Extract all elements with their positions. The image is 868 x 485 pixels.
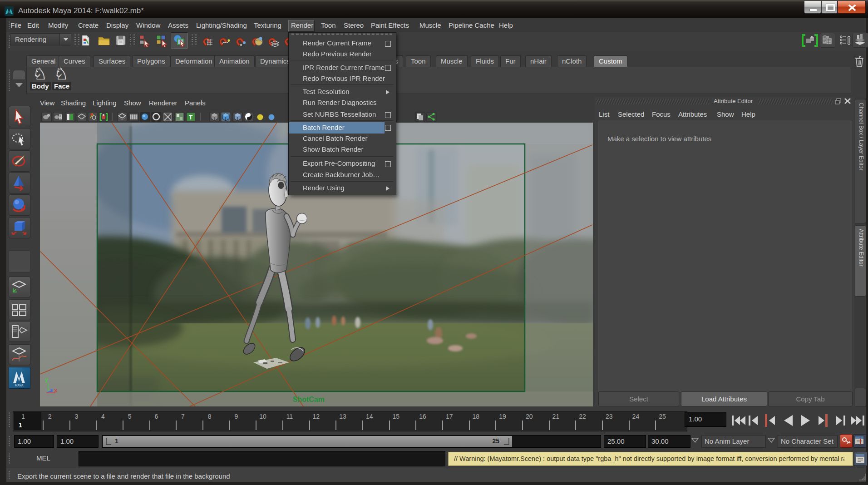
svg-text:x: x: [54, 387, 58, 394]
svg-text:y: y: [45, 376, 49, 383]
svg-text:T: T: [189, 114, 193, 121]
svg-text:z: z: [50, 386, 53, 393]
svg-text:ShotCam: ShotCam: [293, 396, 325, 403]
svg-text:MAYA: MAYA: [15, 384, 24, 387]
